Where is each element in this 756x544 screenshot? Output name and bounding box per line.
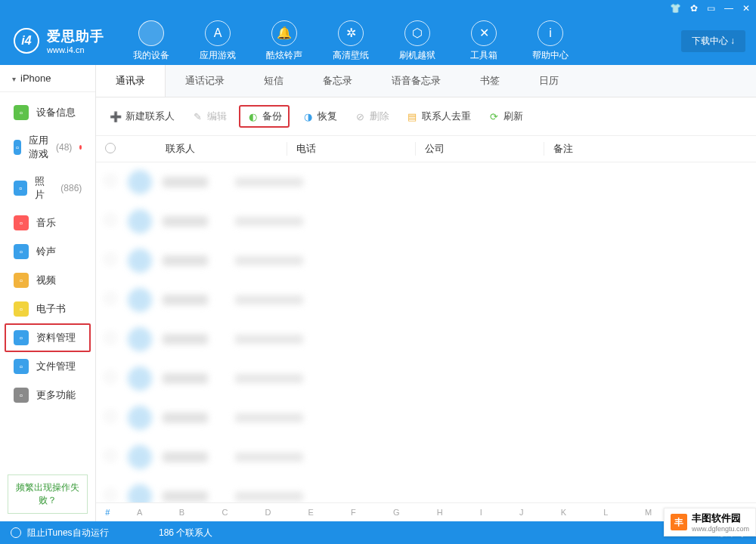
table-row[interactable] (96, 437, 756, 477)
row-checkbox[interactable] (105, 490, 116, 500)
dedupe-button[interactable]: ▤联系人去重 (401, 107, 476, 126)
brand-logo-icon: i4 (14, 28, 39, 54)
nav-my-device[interactable]: 我的设备 (118, 20, 184, 62)
nav-wallpapers[interactable]: ✲高清壁纸 (318, 20, 384, 62)
table-row[interactable] (96, 162, 756, 202)
tab-6[interactable]: 日历 (519, 65, 578, 97)
nav-ringtones[interactable]: 🔔酷炫铃声 (251, 20, 318, 62)
table-row[interactable] (96, 202, 756, 241)
row-checkbox[interactable] (105, 215, 116, 225)
col-remark[interactable]: 备注 (544, 142, 756, 156)
col-company[interactable]: 公司 (415, 142, 544, 156)
tab-5[interactable]: 书签 (460, 65, 519, 97)
sidebar-icon: ▫ (14, 140, 21, 155)
footer: 阻止iTunes自动运行 186 个联系人 版本号 (0, 521, 756, 544)
sidebar-item-4[interactable]: ▫铃声 (0, 237, 95, 266)
tab-3[interactable]: 备忘录 (303, 65, 372, 97)
sidebar-label: 照片 (35, 175, 53, 202)
box-icon: ⬡ (404, 20, 430, 46)
gear-icon[interactable]: ✿ (690, 3, 698, 14)
nav-apps[interactable]: A应用游戏 (184, 20, 251, 62)
contact-phone (235, 295, 303, 304)
edit-button[interactable]: ✎编辑 (187, 107, 231, 126)
col-phone[interactable]: 电话 (287, 142, 415, 156)
refresh-button[interactable]: ⟳刷新 (483, 107, 528, 126)
avatar (128, 170, 152, 194)
avatar (128, 209, 152, 233)
info-icon: i (538, 20, 563, 46)
contact-name (163, 177, 208, 187)
watermark-logo-icon: 丰 (671, 514, 687, 530)
sidebar-item-6[interactable]: ▫电子书 (0, 295, 95, 323)
select-all-checkbox[interactable] (105, 143, 116, 153)
row-checkbox[interactable] (105, 332, 116, 343)
contact-phone (235, 335, 303, 344)
minimize-icon[interactable]: — (724, 3, 733, 14)
row-checkbox[interactable] (105, 293, 116, 304)
restore-button[interactable]: ◑恢复 (297, 107, 342, 126)
alpha-index[interactable]: # A B C D E F G H I J K L M N O P Q R S … (96, 502, 756, 521)
sidebar-icon: ▫ (14, 301, 29, 317)
avatar (128, 406, 152, 430)
tab-1[interactable]: 通话记录 (166, 65, 244, 97)
itunes-block-toggle[interactable]: 阻止iTunes自动运行 (27, 527, 109, 539)
skin-icon[interactable]: ▭ (707, 3, 715, 14)
contact-phone (235, 413, 303, 422)
table-row[interactable] (96, 241, 756, 280)
sidebar-count: (886) (60, 183, 82, 193)
sidebar-item-1[interactable]: ▫应用游戏(48) (0, 127, 95, 168)
help-link[interactable]: 频繁出现操作失败？ (8, 474, 88, 514)
sidebar-icon: ▫ (14, 388, 29, 403)
sidebar-label: 设备信息 (36, 106, 76, 119)
sidebar-label: 更多功能 (36, 388, 76, 402)
backup-button[interactable]: ◐备份 (239, 105, 290, 128)
status-ring-icon (11, 527, 21, 538)
new-contact-button[interactable]: ➕新建联系人 (105, 107, 179, 126)
sidebar-item-3[interactable]: ▫音乐 (0, 209, 95, 237)
row-checkbox[interactable] (105, 411, 116, 422)
contact-name (163, 295, 208, 305)
sidebar-item-9[interactable]: ▫更多功能 (0, 381, 95, 410)
contact-phone (235, 453, 303, 462)
delete-button[interactable]: ⊘删除 (349, 107, 394, 126)
sidebar-item-5[interactable]: ▫视频 (0, 266, 95, 295)
notification-dot (79, 145, 82, 150)
sidebar-item-0[interactable]: ▫设备信息 (0, 98, 95, 127)
nav-help[interactable]: i帮助中心 (517, 20, 584, 62)
table-header: 联系人 电话 公司 备注 (96, 136, 756, 162)
row-checkbox[interactable] (105, 175, 116, 186)
row-checkbox[interactable] (105, 254, 116, 264)
sidebar-item-2[interactable]: ▫照片(886) (0, 168, 95, 209)
close-icon[interactable]: ✕ (742, 3, 750, 14)
brand: i4 爱思助手 www.i4.cn (0, 27, 118, 54)
tab-2[interactable]: 短信 (244, 65, 303, 97)
download-center-button[interactable]: 下载中心 ↓ (681, 30, 745, 52)
sidebar-label: 铃声 (36, 245, 56, 258)
avatar (128, 445, 152, 469)
brand-url: www.i4.cn (47, 45, 104, 54)
sidebar-item-8[interactable]: ▫文件管理 (0, 352, 95, 381)
sidebar: iPhone ▫设备信息▫应用游戏(48)▫照片(886)▫音乐▫铃声▫视频▫电… (0, 65, 96, 521)
restore-icon: ◑ (302, 110, 314, 122)
tabs: 通讯录通话记录短信备忘录语音备忘录书签日历 (96, 65, 756, 97)
watermark: 丰 丰图软件园 www.dgfengtu.com (664, 508, 756, 536)
tab-4[interactable]: 语音备忘录 (372, 65, 460, 97)
contact-phone (235, 492, 303, 501)
col-contact[interactable]: 联系人 (128, 142, 287, 156)
top-nav: 我的设备 A应用游戏 🔔酷炫铃声 ✲高清壁纸 ⬡刷机越狱 ✕工具箱 i帮助中心 (118, 20, 681, 62)
table-row[interactable] (96, 398, 756, 437)
table-row[interactable] (96, 359, 756, 398)
device-selector[interactable]: iPhone (0, 65, 95, 92)
table-row[interactable] (96, 477, 756, 502)
sidebar-label: 资料管理 (36, 331, 76, 345)
row-checkbox[interactable] (105, 372, 116, 382)
nav-toolbox[interactable]: ✕工具箱 (451, 20, 517, 62)
tshirt-icon[interactable]: 👕 (670, 3, 681, 14)
table-row[interactable] (96, 320, 756, 359)
tab-0[interactable]: 通讯录 (96, 65, 166, 97)
table-row[interactable] (96, 280, 756, 320)
delete-icon: ⊘ (354, 110, 366, 122)
row-checkbox[interactable] (105, 450, 116, 461)
sidebar-item-7[interactable]: ▫资料管理 (5, 323, 91, 352)
nav-jailbreak[interactable]: ⬡刷机越狱 (384, 20, 451, 62)
